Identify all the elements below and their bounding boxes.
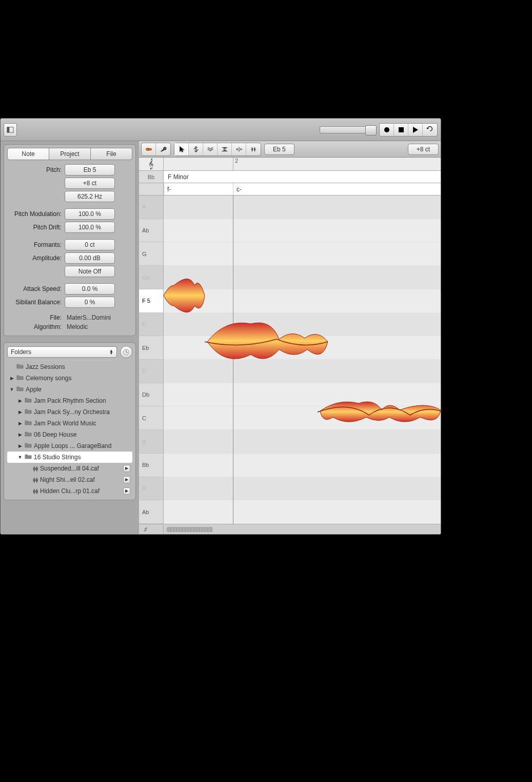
mod-value[interactable]: 100.0 %: [65, 208, 115, 220]
folder-icon: [25, 408, 32, 416]
note-lane[interactable]: [164, 430, 441, 454]
bar-ruler[interactable]: 𝄞 2: [139, 158, 441, 171]
disclosure-triangle-icon[interactable]: ▶: [17, 432, 23, 437]
timing-tool[interactable]: [232, 143, 246, 155]
folder-item[interactable]: ▶Jam Pack Sy...ny Orchestra: [7, 406, 132, 418]
key-cell[interactable]: F Minor: [164, 171, 441, 183]
note-lane[interactable]: [164, 196, 441, 219]
piano-key[interactable]: Ab: [139, 219, 163, 243]
blob-mode-button[interactable]: [142, 143, 156, 155]
folder-item[interactable]: ▶Jam Pack World Music: [7, 418, 132, 429]
piano-key[interactable]: C: [139, 406, 163, 430]
piano-key[interactable]: A: [139, 477, 163, 501]
note-lane[interactable]: [164, 313, 441, 337]
amp-value[interactable]: 0.00 dB: [65, 252, 115, 264]
disclosure-triangle-icon[interactable]: ▶: [17, 443, 23, 448]
cycle-button[interactable]: [423, 124, 437, 136]
piano-key[interactable]: D: [139, 360, 163, 383]
disclosure-triangle-icon[interactable]: ▼: [17, 455, 23, 460]
folder-item[interactable]: Jazz Sessions: [7, 361, 132, 373]
note-lane[interactable]: [164, 383, 441, 407]
piano-key[interactable]: B: [139, 430, 163, 454]
pitch-tool[interactable]: [189, 143, 203, 155]
sidebar-toggle-button[interactable]: [4, 123, 17, 136]
piano-key[interactable]: A: [139, 196, 163, 219]
record-button[interactable]: [380, 124, 394, 136]
pitch-cents[interactable]: +8 ct: [65, 178, 115, 189]
algo-label: Algorithm:: [7, 323, 65, 330]
history-button[interactable]: [120, 346, 132, 358]
file-item[interactable]: ⧫⧫Night Shi...ell 02.caf▶: [7, 474, 132, 485]
clef-icon[interactable]: 𝄞: [139, 158, 164, 170]
sibilant-value[interactable]: 0 %: [65, 297, 115, 308]
piano-key-column[interactable]: AAbGGbF 5EEbDDbCBBbAAb: [139, 196, 164, 524]
separation-tool[interactable]: [246, 143, 261, 155]
play-button[interactable]: [408, 124, 423, 136]
piano-key[interactable]: E: [139, 313, 163, 337]
note-lane[interactable]: [164, 406, 441, 430]
note-lane[interactable]: [164, 360, 441, 383]
piano-key[interactable]: Ab: [139, 500, 163, 524]
chord-cell[interactable]: c-: [233, 183, 242, 195]
folder-item[interactable]: ▶06 Deep House: [7, 429, 132, 440]
note-lane[interactable]: [164, 242, 441, 266]
folder-item[interactable]: ▶Apple Loops ... GarageBand: [7, 440, 132, 452]
piano-key[interactable]: Eb: [139, 336, 163, 360]
playhead-line[interactable]: [233, 196, 233, 524]
pointer-tool[interactable]: [174, 143, 189, 155]
formant-tool[interactable]: [218, 143, 232, 155]
note-lane[interactable]: [164, 477, 441, 501]
pitch-value[interactable]: Eb 5: [65, 164, 115, 175]
preview-button[interactable]: ▶: [123, 487, 130, 495]
note-lane[interactable]: [164, 289, 441, 313]
sharp-flat-toggle[interactable]: ♯: [139, 525, 164, 534]
pitch-display-button[interactable]: Eb 5: [264, 144, 294, 155]
attack-value[interactable]: 0.0 %: [65, 283, 115, 295]
chord-cell[interactable]: f-: [164, 183, 171, 195]
formants-value[interactable]: 0 ct: [65, 239, 115, 250]
preview-button[interactable]: ▶: [123, 465, 130, 472]
disclosure-triangle-icon[interactable]: ▶: [17, 398, 23, 403]
stop-button[interactable]: [394, 124, 408, 136]
note-lane[interactable]: [164, 454, 441, 477]
piano-key[interactable]: Db: [139, 383, 163, 407]
piano-key[interactable]: G: [139, 242, 163, 266]
note-lanes[interactable]: [164, 196, 441, 524]
piano-key[interactable]: Gb: [139, 266, 163, 289]
piano-key[interactable]: Bb: [139, 454, 163, 477]
tab-note[interactable]: Note: [7, 148, 49, 160]
overview-waveform[interactable]: [167, 527, 213, 532]
chord-track[interactable]: f-c-: [164, 183, 441, 195]
zoom-slider[interactable]: [320, 126, 376, 133]
folder-item[interactable]: ▶Jam Pack Rhythm Section: [7, 395, 132, 406]
note-off-button[interactable]: Note Off: [65, 266, 115, 277]
tool-wrench-button[interactable]: [156, 143, 170, 155]
piano-key[interactable]: F 5: [139, 289, 163, 313]
audio-file-icon: ⧫⧫: [33, 465, 38, 472]
drift-value[interactable]: 100.0 %: [65, 222, 115, 233]
browser-mode-dropdown[interactable]: Folders ▲▼: [7, 346, 117, 358]
folder-tree[interactable]: Jazz Sessions▶Celemony songs▼Apple▶Jam P…: [7, 361, 132, 497]
preview-button[interactable]: ▶: [123, 476, 130, 483]
disclosure-triangle-icon[interactable]: ▶: [9, 376, 14, 381]
file-item[interactable]: ⧫⧫Hidden Clu...rp 01.caf▶: [7, 485, 132, 497]
disclosure-triangle-icon[interactable]: ▶: [17, 409, 23, 415]
pitch-grid[interactable]: AAbGGbF 5EEbDDbCBBbAAb: [139, 196, 441, 524]
tab-file[interactable]: File: [91, 148, 132, 160]
folder-item[interactable]: ▼Apple: [7, 384, 132, 395]
pitch-hz[interactable]: 625.2 Hz: [65, 191, 115, 202]
tab-project[interactable]: Project: [49, 148, 91, 160]
folder-item[interactable]: ▶Celemony songs: [7, 373, 132, 384]
disclosure-triangle-icon[interactable]: ▶: [17, 421, 23, 426]
folder-icon: [25, 420, 32, 427]
folder-item[interactable]: ▼16 Studio Strings: [7, 452, 132, 463]
file-item[interactable]: ⧫⧫Suspended...ill 04.caf▶: [7, 463, 132, 474]
disclosure-triangle-icon[interactable]: ▼: [9, 387, 14, 392]
mod-tool[interactable]: [203, 143, 218, 155]
note-lane[interactable]: [164, 266, 441, 289]
note-lane[interactable]: [164, 336, 441, 360]
cents-display-button[interactable]: +8 ct: [408, 144, 439, 155]
zoom-slider-knob[interactable]: [365, 125, 377, 135]
note-lane[interactable]: [164, 219, 441, 243]
note-lane[interactable]: [164, 500, 441, 524]
